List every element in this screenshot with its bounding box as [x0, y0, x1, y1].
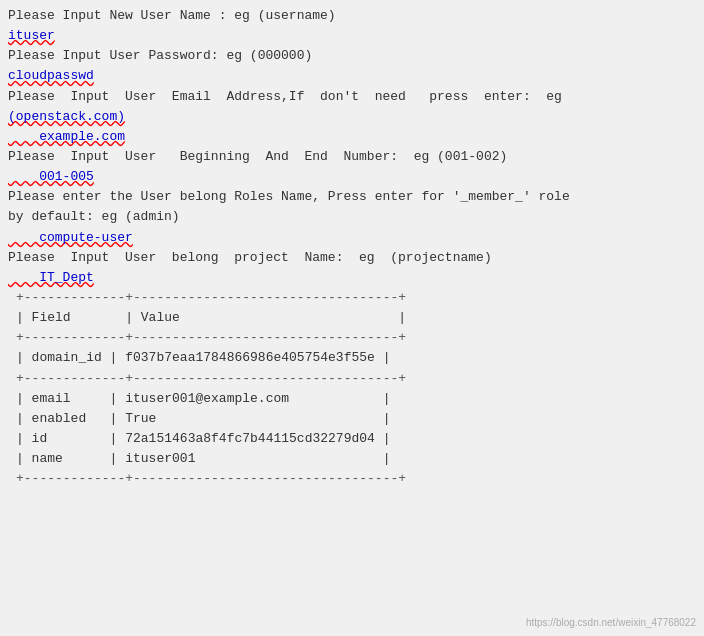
- line-12: compute-user: [0, 228, 704, 248]
- terminal: Please Input New User Name : eg (usernam…: [0, 0, 704, 636]
- line-8: Please Input User Beginning And End Numb…: [0, 147, 704, 167]
- table-sep-bot: +-------------+-------------------------…: [8, 469, 696, 489]
- watermark: https://blog.csdn.net/weixin_47768022: [526, 617, 696, 628]
- table-sep-mid: +-------------+-------------------------…: [8, 328, 696, 348]
- line-9: 001-005: [0, 167, 704, 187]
- line-7: example.com: [0, 127, 704, 147]
- line-10: Please enter the User belong Roles Name,…: [0, 187, 704, 207]
- line-2: ituser: [0, 26, 704, 46]
- line-11: by default: eg (admin): [0, 207, 704, 227]
- line-4: cloudpasswd: [0, 66, 704, 86]
- table-row-id: | id | 72a151463a8f4fc7b44115cd32279d04 …: [8, 429, 696, 449]
- table-row-domain: | domain_id | f037b7eaa1784866986e405754…: [8, 348, 696, 368]
- table-sep-top: +-------------+-------------------------…: [8, 288, 696, 308]
- table-row-name: | name | ituser001 |: [8, 449, 696, 469]
- line-3: Please Input User Password: eg (000000): [0, 46, 704, 66]
- line-1: Please Input New User Name : eg (usernam…: [0, 6, 704, 26]
- table-row-enabled: | enabled | True |: [8, 409, 696, 429]
- line-13: Please Input User belong project Name: e…: [0, 248, 704, 268]
- table-blank-sep: +-------------+-------------------------…: [8, 369, 696, 389]
- line-14: IT_Dept: [0, 268, 704, 288]
- table-header: | Field | Value |: [8, 308, 696, 328]
- table-output: +-------------+-------------------------…: [0, 288, 704, 489]
- line-5: Please Input User Email Address,If don't…: [0, 87, 704, 107]
- table-row-email: | email | ituser001@example.com |: [8, 389, 696, 409]
- line-6: (openstack.com): [0, 107, 704, 127]
